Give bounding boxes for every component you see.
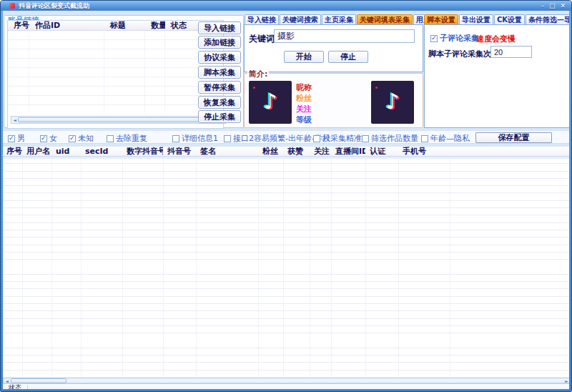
red-dot-icon (375, 87, 378, 89)
sub-comment-option[interactable]: 子评论采集 (430, 33, 479, 44)
checkbox-box[interactable] (69, 135, 76, 142)
tab-ck-settings[interactable]: CK设置 (494, 14, 525, 24)
table-header-cell: 签名 (196, 147, 258, 156)
nickname-label: 昵称 (296, 82, 312, 93)
users-table-body[interactable] (3, 157, 569, 378)
filter-bar: 男 女 未知 去除重复 详细信息1 接口2容易频繁-出年龄-学校 (3, 130, 569, 144)
table-header-cell: 直播间ID (331, 147, 365, 156)
keyword-input[interactable] (274, 29, 415, 43)
checkbox-box[interactable] (172, 135, 179, 142)
checkbox-box[interactable] (313, 135, 320, 142)
table-header-cell: 手机号 (398, 147, 569, 156)
add-links-button[interactable]: 添加链接 (198, 36, 241, 49)
account-links-group: 账号链接 序号 作品ID 标题 数量 状态 ◄ ► 导入链接 添加链接 协议采集 (4, 15, 244, 128)
tab-homepage-collect[interactable]: 主页采集 (322, 14, 356, 24)
checkbox-male[interactable]: 男 (8, 133, 25, 144)
checkbox-box[interactable] (107, 135, 114, 142)
sub-comment-checkbox[interactable] (430, 35, 438, 42)
collect-times-input[interactable] (490, 46, 532, 58)
tab-import-links[interactable]: 导入链接 (245, 14, 279, 24)
checkbox-unknown[interactable]: 未知 (69, 133, 94, 144)
checkbox-label: 只采集精准 (322, 133, 362, 144)
intro-label: 简介: (247, 69, 269, 79)
intro-group: 简介: ♪ 昵称 粉丝 关注 等级 ♪ (244, 73, 423, 128)
checkbox-label: 去除重复 (116, 133, 147, 144)
checkbox-precise-only[interactable]: 只采集精准 (313, 133, 362, 144)
checkbox-label: 详细信息1 (182, 133, 218, 144)
settings-tabs: 脚本设置 导出设置 CK设置 条件筛选—导出 (424, 14, 569, 24)
fans-label: 粉丝 (296, 93, 312, 104)
checkbox-age-privacy[interactable]: 年龄—隐私 (421, 133, 470, 144)
level-label: 等级 (296, 114, 312, 125)
works-table[interactable]: 序号 作品ID 标题 数量 状态 ◄ ► (7, 20, 224, 129)
start-button[interactable]: 开始 (284, 51, 324, 63)
tab-script-settings[interactable]: 脚本设置 (424, 14, 458, 24)
title-bar[interactable]: 抖音评论区裂变式截流助 – □ ✕ (1, 1, 571, 11)
collect-times-label: 脚本子评论采集次 (428, 49, 491, 59)
scroll-left-icon[interactable]: ◄ (11, 117, 18, 123)
checkbox-box[interactable] (224, 135, 231, 142)
tiktok-avatar-right: ♪ (371, 81, 414, 124)
table-header-cell: 数字抖音号 (122, 147, 163, 156)
tab-keyword-search[interactable]: 关键词搜索 (280, 14, 321, 24)
keyword-collect-panel: 关键词: 开始 停止 (244, 24, 423, 72)
table-header-cell: secId (81, 147, 122, 156)
pause-collect-button[interactable]: 暂停采集 (198, 81, 241, 94)
checkbox-label: 未知 (78, 133, 94, 144)
tiktok-avatar-left: ♪ (249, 81, 292, 124)
tab-filter-export[interactable]: 条件筛选—导出 (526, 14, 569, 24)
table-header-cell: 作品ID (29, 21, 104, 30)
stop-button[interactable]: 停止 (328, 51, 368, 63)
table-header-cell: 标题 (104, 21, 145, 30)
checkbox-label: 筛选作品数量 (371, 133, 418, 144)
tab-user-search[interactable]: 用户搜索 (413, 14, 424, 24)
status-bar: 状态 (3, 383, 569, 389)
works-table-hscrollbar[interactable]: ◄ ► (11, 116, 226, 124)
table-header-cell: 序号 (8, 21, 29, 30)
table-header-cell: 关注 (310, 147, 331, 156)
checkbox-filter-works-count[interactable]: 筛选作品数量 (362, 133, 418, 144)
users-table-hscrollbar[interactable]: ◄ ► (3, 378, 569, 383)
scrollbar-thumb[interactable] (18, 117, 211, 122)
minimize-icon[interactable]: – (541, 2, 544, 9)
table-header-cell: 用户名 (22, 147, 51, 156)
script-collect-button[interactable]: 脚本采集 (198, 66, 241, 79)
stop-collect-button[interactable]: 停止采集 (198, 110, 241, 123)
checkbox-box[interactable] (362, 135, 369, 142)
works-table-header: 序号 作品ID 标题 数量 状态 (8, 21, 223, 31)
speed-warning-text: 速度会变慢 (476, 34, 516, 44)
table-header-cell: 数量 (145, 21, 165, 30)
collect-mode-tabs: 导入链接 关键词搜索 主页采集 关键词填表采集 用户搜索 ‹ › (245, 14, 424, 24)
window-title: 抖音评论区裂变式截流助 (19, 1, 89, 11)
app-icon (9, 3, 15, 9)
checkbox-female[interactable]: 女 (40, 133, 57, 144)
following-label: 关注 (296, 104, 312, 114)
checkbox-label: 年龄—隐私 (430, 133, 470, 144)
close-icon[interactable]: ✕ (560, 2, 566, 9)
users-table-header: 序号 用户名 uid secId 数字抖音号 抖音号 签名 粉丝 获赞 关注 直… (3, 147, 569, 157)
checkbox-dedupe[interactable]: 去除重复 (107, 133, 147, 144)
sub-comment-label: 子评论采集 (440, 33, 479, 44)
checkbox-box[interactable] (8, 135, 15, 142)
works-table-body[interactable] (8, 31, 223, 113)
table-header-cell: 获赞 (283, 147, 310, 156)
save-config-button[interactable]: 保存配置 (475, 132, 552, 143)
checkbox-detail-info[interactable]: 详细信息1 (172, 133, 218, 144)
table-header-cell: 序号 (3, 147, 22, 156)
protocol-collect-button[interactable]: 协议采集 (198, 51, 241, 64)
status-separator (27, 385, 28, 390)
tab-export-settings[interactable]: 导出设置 (459, 14, 493, 24)
table-header-cell: uid (51, 147, 81, 156)
checkbox-box[interactable] (40, 135, 47, 142)
table-header-cell: 认证 (365, 147, 398, 156)
scrollbar-thumb[interactable] (11, 378, 66, 383)
import-links-button[interactable]: 导入链接 (198, 21, 241, 34)
tiktok-note-icon: ♪ (385, 89, 399, 114)
status-label: 状态 (3, 384, 27, 390)
tab-keyword-form-collect[interactable]: 关键词填表采集 (357, 14, 413, 24)
red-dot-icon (253, 87, 255, 89)
app-window: 抖音评论区裂变式截流助 – □ ✕ 账号链接 序号 作品ID 标题 数量 状态 … (0, 0, 572, 392)
maximize-icon[interactable]: □ (549, 2, 556, 9)
resume-collect-button[interactable]: 恢复采集 (198, 96, 241, 109)
checkbox-box[interactable] (421, 135, 428, 142)
